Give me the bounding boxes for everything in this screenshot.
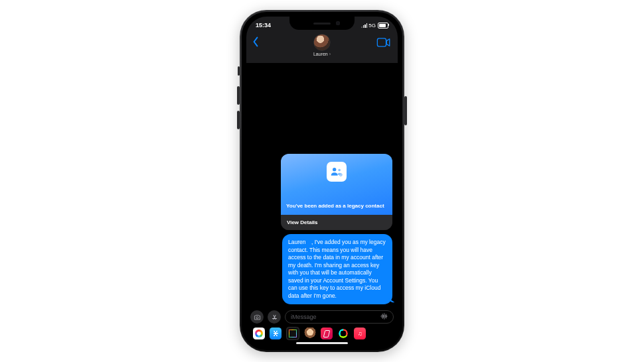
svg-point-4: [341, 174, 342, 176]
camera-button[interactable]: [250, 310, 264, 324]
back-button[interactable]: [252, 36, 265, 50]
message-placeholder: iMessage: [291, 314, 317, 320]
network-label: 5G: [368, 23, 376, 29]
conversation-header: Lauren ›: [246, 34, 398, 64]
svg-point-2: [338, 169, 341, 172]
app-store-imessage-button[interactable]: [268, 310, 281, 324]
app-store-icon: [271, 314, 278, 321]
legacy-contact-card[interactable]: You've been added as a legacy contact Vi…: [281, 154, 392, 230]
legacy-card-header: You've been added as a legacy contact: [281, 154, 392, 215]
video-camera-icon: [376, 38, 391, 47]
conversation-scroll[interactable]: You've been added as a legacy contact Vi…: [246, 63, 398, 308]
chevron-right-icon: ›: [329, 52, 331, 56]
camera-icon: [254, 314, 261, 321]
waveform-icon: [380, 312, 388, 320]
message-input[interactable]: iMessage: [285, 310, 394, 324]
power-button: [404, 96, 407, 125]
sticker-app-icon[interactable]: [286, 327, 299, 340]
app-store-app-icon[interactable]: [270, 328, 282, 339]
signal-bars-icon: [361, 23, 367, 28]
digital-touch-app-icon[interactable]: [321, 328, 333, 339]
chevron-left-icon: [252, 36, 260, 47]
message-input-bar: iMessage: [246, 308, 398, 326]
screen: 15:34 5G: [246, 17, 398, 345]
volume-down-button: [237, 111, 240, 129]
photos-app-icon[interactable]: [253, 328, 265, 339]
video-call-button[interactable]: [376, 38, 391, 48]
home-indicator[interactable]: [296, 342, 348, 344]
volume-up-button: [237, 86, 240, 105]
svg-rect-0: [377, 38, 386, 46]
contact-avatar: [314, 34, 330, 50]
status-time: 15:34: [256, 22, 271, 29]
imessage-app-tray[interactable]: [246, 326, 398, 341]
notch: [289, 17, 355, 30]
legacy-contact-icon: [327, 162, 347, 182]
memoji-app-icon[interactable]: [304, 328, 316, 339]
battery-icon: [378, 23, 388, 29]
svg-point-1: [333, 168, 336, 171]
view-details-button[interactable]: View Details: [281, 215, 392, 230]
svg-point-5: [256, 316, 258, 318]
fitness-app-icon[interactable]: [337, 328, 349, 339]
dictation-button[interactable]: [380, 312, 388, 322]
silence-switch: [238, 66, 240, 76]
contact-button[interactable]: Lauren ›: [313, 34, 331, 57]
legacy-card-title: You've been added as a legacy contact: [286, 203, 387, 210]
phone-frame: 15:34 5G: [240, 10, 404, 352]
sent-message-bubble[interactable]: Lauren , I've added you as my legacy con…: [282, 234, 392, 304]
contact-name: Lauren: [313, 52, 328, 56]
music-app-icon[interactable]: [354, 328, 366, 339]
